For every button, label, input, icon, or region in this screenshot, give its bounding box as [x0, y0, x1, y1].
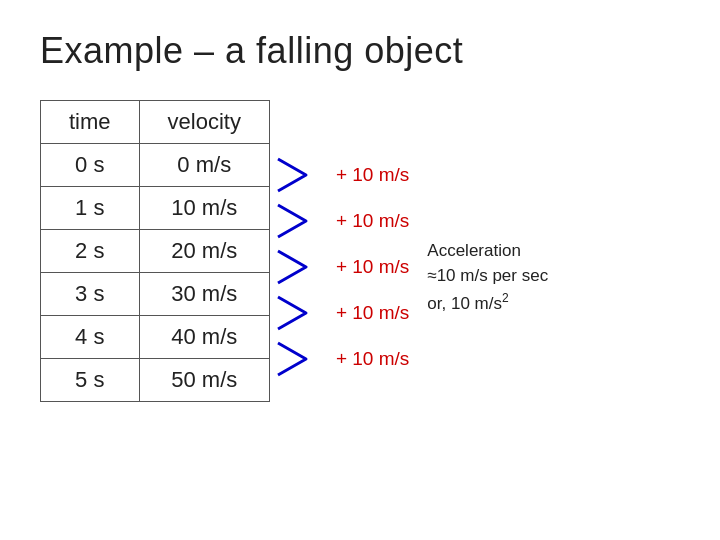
arrow-row: + 10 m/s	[276, 198, 409, 244]
cell-time: 2 s	[41, 230, 140, 273]
table-row: 1 s10 m/s	[41, 187, 270, 230]
accel-line1: Acceleration	[427, 241, 521, 260]
arrow-row: + 10 m/s	[276, 336, 409, 382]
col-header-velocity: velocity	[139, 101, 269, 144]
data-table: time velocity 0 s0 m/s1 s10 m/s2 s20 m/s…	[40, 100, 270, 402]
cell-velocity: 40 m/s	[139, 316, 269, 359]
delta-label: + 10 m/s	[336, 256, 409, 278]
arrow-icon	[276, 203, 330, 239]
delta-label: + 10 m/s	[336, 164, 409, 186]
table-row: 0 s0 m/s	[41, 144, 270, 187]
content-area: time velocity 0 s0 m/s1 s10 m/s2 s20 m/s…	[40, 100, 680, 402]
arrow-icon	[276, 295, 330, 331]
col-header-time: time	[41, 101, 140, 144]
accel-sup: 2	[502, 291, 509, 305]
arrow-icon	[276, 341, 330, 377]
delta-label: + 10 m/s	[336, 302, 409, 324]
cell-time: 0 s	[41, 144, 140, 187]
cell-time: 4 s	[41, 316, 140, 359]
arrow-row: + 10 m/s	[276, 152, 409, 198]
table-row: 3 s30 m/s	[41, 273, 270, 316]
table-row: 4 s40 m/s	[41, 316, 270, 359]
cell-time: 5 s	[41, 359, 140, 402]
cell-velocity: 20 m/s	[139, 230, 269, 273]
table-row: 2 s20 m/s	[41, 230, 270, 273]
arrow-row: + 10 m/s	[276, 244, 409, 290]
arrow-row: + 10 m/s	[276, 290, 409, 336]
delta-label: + 10 m/s	[336, 348, 409, 370]
delta-label: + 10 m/s	[336, 210, 409, 232]
arrow-icon	[276, 249, 330, 285]
table-row: 5 s50 m/s	[41, 359, 270, 402]
cell-time: 1 s	[41, 187, 140, 230]
acceleration-note: Acceleration ≈10 m/s per sec or, 10 m/s2	[427, 238, 548, 316]
accel-line2: ≈10 m/s per sec	[427, 266, 548, 285]
cell-velocity: 10 m/s	[139, 187, 269, 230]
arrows-column: + 10 m/s+ 10 m/s+ 10 m/s+ 10 m/s+ 10 m/s	[276, 152, 409, 382]
page-title: Example – a falling object	[40, 30, 680, 72]
arrow-icon	[276, 157, 330, 193]
cell-velocity: 0 m/s	[139, 144, 269, 187]
cell-velocity: 50 m/s	[139, 359, 269, 402]
accel-line3: or, 10 m/s	[427, 294, 502, 313]
cell-velocity: 30 m/s	[139, 273, 269, 316]
cell-time: 3 s	[41, 273, 140, 316]
